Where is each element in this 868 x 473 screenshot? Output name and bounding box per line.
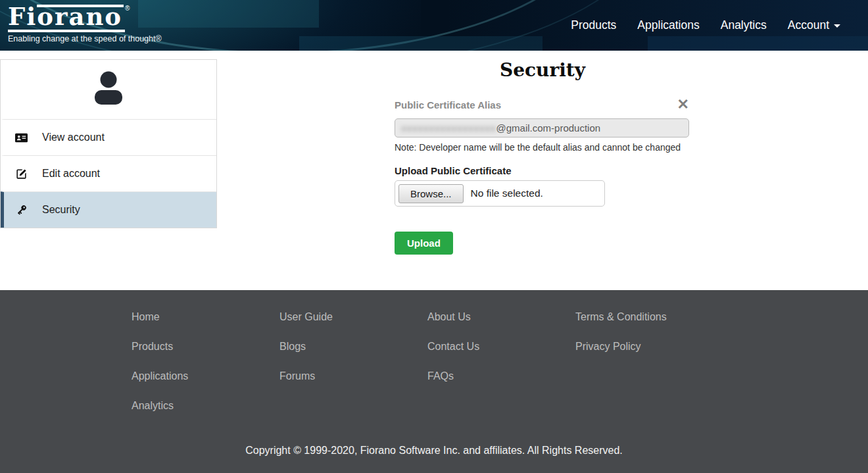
nav-applications[interactable]: Applications (637, 18, 699, 32)
certificate-alias-input: xxxxxxxxxxxxxxxxx@gmail.com-production (395, 118, 689, 137)
footer-link-home[interactable]: Home (132, 310, 270, 339)
page-title: Security (217, 59, 868, 81)
footer-column-3: About Us Contact Us FAQs (418, 310, 566, 428)
chevron-down-icon (834, 24, 840, 28)
page-footer: Home Products Applications Analytics Use… (0, 290, 868, 473)
footer-link-faqs[interactable]: FAQs (427, 369, 566, 399)
footer-link-analytics[interactable]: Analytics (132, 399, 270, 428)
footer-link-about-us[interactable]: About Us (427, 310, 566, 339)
user-avatar-icon (87, 70, 130, 109)
logo-trademark: ® (125, 5, 130, 12)
main-content: View account Edit account (0, 51, 868, 290)
footer-link-products[interactable]: Products (132, 339, 270, 369)
navbar-rect-decoration (138, 0, 319, 28)
footer-column-2: User Guide Blogs Forums (270, 310, 418, 428)
redacted-alias-prefix: xxxxxxxxxxxxxxxxx (401, 122, 496, 134)
nav-account-menu[interactable]: Account (788, 18, 840, 32)
close-icon[interactable]: ✕ (677, 97, 689, 112)
upload-certificate-label: Upload Public Certificate (395, 165, 689, 176)
sidebar-item-security[interactable]: Security (1, 191, 216, 228)
sidebar-item-label: View account (42, 132, 105, 143)
upload-button[interactable]: Upload (395, 232, 453, 255)
logo-tagline: Enabling change at the speed of thought® (8, 34, 162, 43)
alias-note: Note: Developer name will be the default… (395, 142, 689, 153)
security-form: Public Certificate Alias ✕ xxxxxxxxxxxxx… (395, 97, 689, 255)
sidebar-item-label: Security (42, 204, 80, 216)
footer-link-forums[interactable]: Forums (279, 369, 418, 399)
footer-column-1: Home Products Applications Analytics (122, 310, 270, 428)
edit-icon (15, 168, 28, 180)
logo-brand-text: Fiorano (8, 4, 125, 32)
sidebar-item-view-account[interactable]: View account (1, 119, 216, 155)
alias-domain-suffix: @gmail.com-production (496, 122, 601, 134)
footer-link-contact-us[interactable]: Contact Us (427, 339, 566, 369)
key-icon (15, 204, 28, 216)
sidebar-item-edit-account[interactable]: Edit account (1, 155, 216, 191)
file-status-text: No file selected. (471, 187, 543, 199)
avatar (1, 60, 216, 119)
footer-link-terms[interactable]: Terms & Conditions (575, 310, 713, 339)
footer-link-applications[interactable]: Applications (132, 369, 270, 399)
public-certificate-alias-label: Public Certificate Alias (395, 99, 501, 111)
top-navbar: Fiorano® Enabling change at the speed of… (0, 0, 868, 51)
address-card-icon (15, 132, 28, 144)
nav-products[interactable]: Products (571, 18, 616, 32)
nav-analytics[interactable]: Analytics (721, 18, 767, 32)
footer-link-privacy[interactable]: Privacy Policy (575, 339, 713, 369)
footer-link-columns: Home Products Applications Analytics Use… (122, 310, 868, 428)
account-sidebar: View account Edit account (0, 59, 217, 228)
certificate-file-input[interactable]: Browse... No file selected. (395, 180, 605, 207)
footer-link-user-guide[interactable]: User Guide (279, 310, 418, 339)
primary-nav: Products Applications Analytics Account (571, 0, 840, 51)
footer-link-blogs[interactable]: Blogs (279, 339, 418, 369)
nav-account-label: Account (788, 18, 829, 32)
browse-button[interactable]: Browse... (398, 184, 464, 203)
navbar-rect-decoration (299, 36, 542, 51)
sidebar-item-label: Edit account (42, 168, 100, 180)
footer-column-4: Terms & Conditions Privacy Policy (566, 310, 713, 428)
fiorano-logo[interactable]: Fiorano® Enabling change at the speed of… (8, 4, 162, 43)
copyright-text: Copyright © 1999-2020, Fiorano Software … (0, 445, 868, 457)
